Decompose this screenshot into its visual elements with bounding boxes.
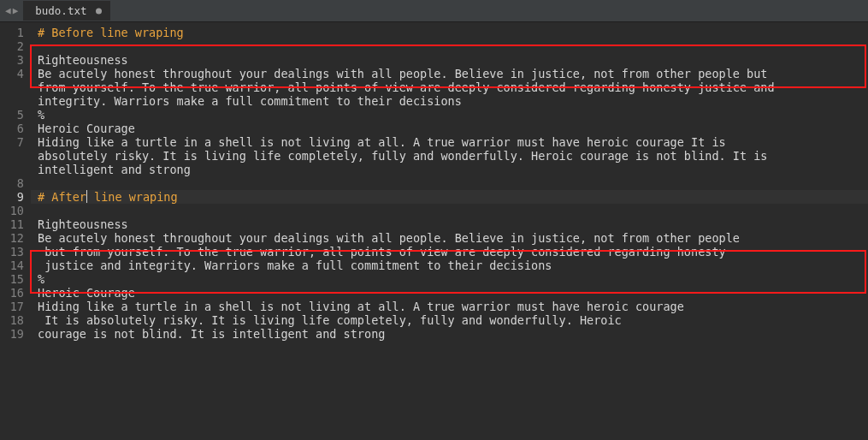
line-number [0, 149, 31, 163]
code-area[interactable]: # Before line wrapingRighteousnessBe acu… [31, 22, 868, 440]
code-line: Be acutely honest throughout your dealin… [31, 67, 868, 80]
code-line: Righteousness [31, 217, 868, 231]
line-number: 6 [0, 122, 31, 135]
line-number: 1 [0, 26, 31, 39]
line-number: 18 [0, 313, 31, 327]
code-line: It is absolutely risky. It is living lif… [31, 313, 868, 327]
line-number: 10 [0, 204, 31, 217]
code-line [31, 204, 868, 217]
line-number-gutter: 12345678910111213141516171819 [0, 22, 31, 440]
tab-bar: ◀ ▶ budo.txt [0, 0, 868, 22]
line-number: 5 [0, 108, 31, 122]
line-number: 14 [0, 259, 31, 272]
triangle-right-icon: ▶ [13, 5, 19, 16]
code-line: % [31, 272, 868, 286]
triangle-left-icon: ◀ [5, 5, 11, 16]
code-line: # After line wraping [31, 190, 868, 204]
code-line: absolutely risky. It is living life comp… [31, 149, 868, 163]
code-line: # Before line wraping [31, 26, 868, 39]
line-number [0, 163, 31, 176]
line-number: 12 [0, 231, 31, 245]
editor: 12345678910111213141516171819 # Before l… [0, 22, 868, 440]
line-number: 7 [0, 135, 31, 149]
line-number: 4 [0, 67, 31, 80]
tab-filename: budo.txt [35, 4, 86, 17]
code-line: Hiding like a turtle in a shell is not l… [31, 300, 868, 313]
line-number: 8 [0, 176, 31, 190]
code-line: from yourself. To the true warrior, all … [31, 80, 868, 94]
code-line: integrity. Warriors make a full commitme… [31, 94, 868, 108]
code-line: Heroic Courage [31, 286, 868, 300]
tab-budo[interactable]: budo.txt [23, 1, 110, 21]
line-number: 16 [0, 286, 31, 300]
code-line: Hiding like a turtle in a shell is not l… [31, 135, 868, 149]
code-line: but from yourself. To the true warrior, … [31, 245, 868, 259]
code-line: Be acutely honest throughout your dealin… [31, 231, 868, 245]
code-line: % [31, 108, 868, 122]
code-line: Heroic Courage [31, 122, 868, 135]
code-line [31, 176, 868, 190]
line-number [0, 94, 31, 108]
code-line [31, 39, 868, 53]
code-line: intelligent and strong [31, 163, 868, 176]
code-line: courage is not blind. It is intelligent … [31, 327, 868, 341]
tab-nav-arrows[interactable]: ◀ ▶ [0, 5, 23, 16]
line-number: 19 [0, 327, 31, 341]
line-number: 9 [0, 190, 31, 204]
line-number: 17 [0, 300, 31, 313]
code-line: Righteousness [31, 53, 868, 67]
line-number [0, 80, 31, 94]
line-number: 3 [0, 53, 31, 67]
line-number: 15 [0, 272, 31, 286]
line-number: 13 [0, 245, 31, 259]
line-number: 11 [0, 217, 31, 231]
line-number: 2 [0, 39, 31, 53]
dirty-indicator-icon [96, 8, 102, 14]
code-line: justice and integrity. Warriors make a f… [31, 259, 868, 272]
